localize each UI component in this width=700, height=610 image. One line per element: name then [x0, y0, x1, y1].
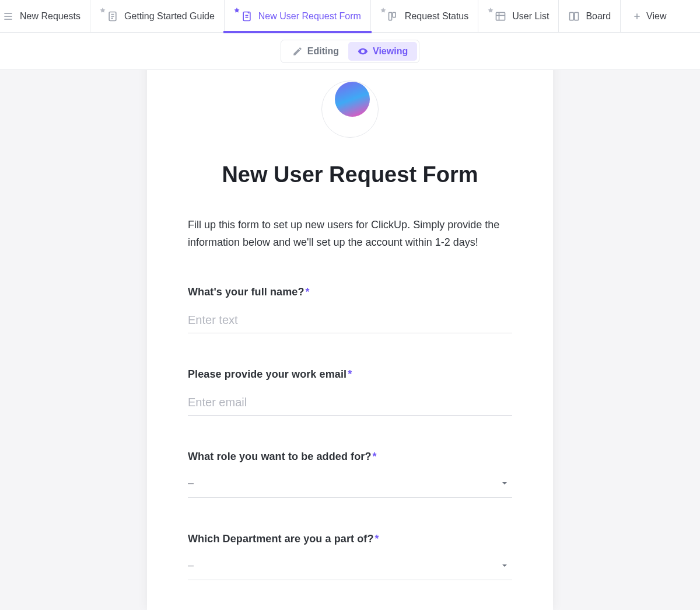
pin-icon	[380, 8, 386, 13]
tab-user-list[interactable]: User List	[478, 0, 559, 33]
tab-label: Request Status	[405, 11, 468, 22]
required-marker: *	[348, 368, 352, 380]
field-department: Which Department are you a part of?* –	[188, 533, 512, 580]
svg-point-19	[362, 50, 364, 52]
editing-label: Editing	[307, 46, 339, 57]
svg-rect-12	[496, 12, 505, 20]
role-select[interactable]: –	[188, 469, 512, 498]
form-logo	[321, 81, 379, 138]
tab-request-status[interactable]: Request Status	[371, 0, 478, 33]
workspace: New User Request Form Fill up this form …	[0, 70, 700, 610]
required-marker: *	[306, 286, 310, 298]
tab-getting-started-guide[interactable]: Getting Started Guide	[90, 0, 225, 33]
add-view-button[interactable]: View	[621, 0, 676, 33]
add-view-label: View	[646, 11, 666, 22]
pin-icon	[488, 8, 494, 13]
pin-icon	[234, 8, 240, 13]
form-logo-wrap	[147, 70, 553, 138]
field-full-name: What's your full name?*	[188, 286, 512, 333]
work-email-input[interactable]	[188, 389, 512, 416]
form-icon	[241, 11, 253, 22]
viewing-mode-button[interactable]: Viewing	[348, 42, 417, 61]
select-value: –	[188, 477, 194, 489]
svg-rect-16	[575, 12, 579, 20]
mode-toggle: Editing Viewing	[281, 40, 419, 63]
tab-label: User List	[512, 11, 549, 22]
viewing-label: Viewing	[373, 46, 408, 57]
svg-rect-15	[570, 12, 574, 20]
tab-new-requests[interactable]: New Requests	[0, 0, 90, 33]
tab-label: Board	[586, 11, 611, 22]
tab-new-user-request-form[interactable]: New User Request Form	[225, 0, 371, 33]
field-label: What's your full name?*	[188, 286, 512, 298]
eye-icon	[358, 46, 368, 57]
caret-down-icon	[502, 563, 508, 569]
pin-icon	[100, 8, 106, 13]
field-role: What role you want to be added for?* –	[188, 451, 512, 498]
field-label: What role you want to be added for?*	[188, 451, 512, 463]
tab-label: New User Request Form	[258, 11, 361, 22]
tab-label: Getting Started Guide	[124, 11, 215, 22]
editing-mode-button[interactable]: Editing	[283, 42, 348, 61]
clickup-logo-icon	[335, 82, 370, 117]
form-title: New User Request Form	[147, 162, 553, 187]
required-marker: *	[375, 533, 379, 545]
svg-rect-11	[393, 12, 396, 17]
tab-board[interactable]: Board	[559, 0, 621, 33]
tab-label: New Requests	[20, 11, 80, 22]
field-label: Which Department are you a part of?*	[188, 533, 512, 545]
table-icon	[495, 11, 506, 22]
svg-rect-10	[388, 12, 391, 20]
field-label: Please provide your work email*	[188, 368, 512, 381]
plus-icon	[632, 12, 642, 21]
board-icon	[387, 11, 399, 22]
view-tab-bar: New Requests Getting Started Guide New U…	[0, 0, 700, 33]
list-icon	[2, 11, 14, 22]
field-work-email: Please provide your work email*	[188, 368, 512, 416]
department-select[interactable]: –	[188, 551, 512, 580]
pencil-icon	[292, 46, 303, 57]
required-marker: *	[373, 451, 377, 462]
doc-icon	[107, 11, 118, 22]
board-icon	[568, 11, 580, 22]
full-name-input[interactable]	[188, 306, 512, 333]
mode-row: Editing Viewing	[0, 33, 700, 70]
select-value: –	[188, 559, 194, 571]
caret-down-icon	[502, 480, 508, 486]
form-card: New User Request Form Fill up this form …	[147, 70, 553, 610]
form-description: Fill up this form to set up new users fo…	[188, 217, 512, 251]
